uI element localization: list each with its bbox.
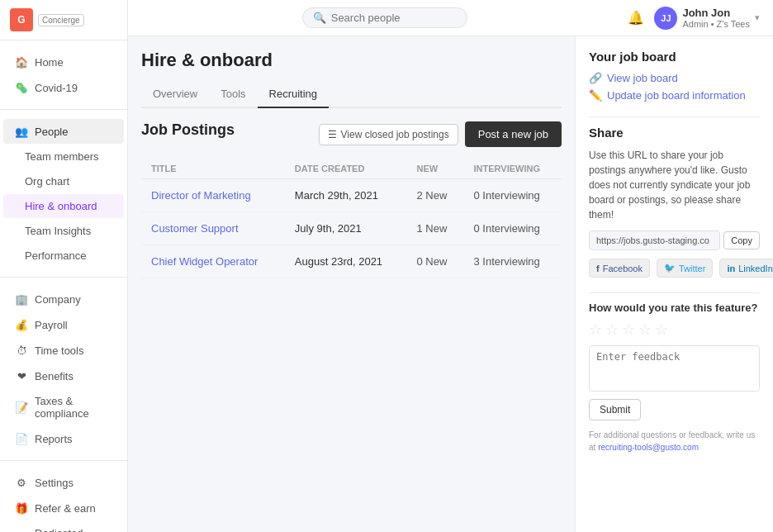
linkedin-button[interactable]: in LinkedIn <box>719 259 773 278</box>
user-sub: Admin • Z's Tees <box>682 19 750 29</box>
sidebar-item-hire-onboard[interactable]: Hire & onboard <box>3 194 124 218</box>
job-title-link[interactable]: Customer Support <box>151 222 239 235</box>
star-5[interactable]: ☆ <box>655 321 668 339</box>
left-pane: Hire & onboard Overview Tools Recruiting… <box>128 36 575 532</box>
col-new: New <box>407 159 464 179</box>
submit-button[interactable]: Submit <box>589 399 641 420</box>
job-postings-table: Title Date created New Interviewing Dire… <box>141 159 562 278</box>
post-job-button[interactable]: Post a new job <box>465 121 562 147</box>
sidebar-item-label: Benefits <box>35 370 74 382</box>
user-menu[interactable]: JJ John Jon Admin • Z's Tees ▾ <box>654 7 760 30</box>
sidebar-item-label: Refer & earn <box>35 502 96 515</box>
star-1[interactable]: ☆ <box>589 321 602 339</box>
sidebar-item-home[interactable]: 🏠 Home <box>3 50 124 74</box>
facebook-button[interactable]: f Facebook <box>589 259 650 278</box>
twitter-button[interactable]: 🐦 Twitter <box>657 259 713 278</box>
sidebar-item-support[interactable]: 🛟 Dedicated support <box>3 521 124 532</box>
sidebar-item-performance[interactable]: Performance <box>3 244 124 268</box>
logo-icon: G <box>10 8 33 31</box>
job-interviewing-cell: 0 Interviewing <box>464 212 562 245</box>
col-interviewing: Interviewing <box>464 159 562 179</box>
filter-icon: ☰ <box>328 129 337 140</box>
table-row: Chief Widget Operator August 23rd, 2021 … <box>141 245 562 278</box>
tabs: Overview Tools Recruiting <box>141 81 562 108</box>
sidebar-section-company: 🏢 Company 💰 Payroll ⏱ Time tools ❤ Benef… <box>0 281 127 457</box>
edit-icon: ✏️ <box>589 89 602 102</box>
search-input[interactable] <box>331 12 447 24</box>
rate-section: How would you rate this feature? ☆ ☆ ☆ ☆… <box>589 302 760 454</box>
table-row: Director of Marketing March 29th, 2021 2… <box>141 179 562 212</box>
sidebar-item-settings[interactable]: ⚙ Settings <box>3 470 124 495</box>
share-description: Use this URL to share your job postings … <box>589 148 760 222</box>
avatar: JJ <box>654 7 677 30</box>
star-3[interactable]: ☆ <box>622 321 635 339</box>
share-section: Share Use this URL to share your job pos… <box>589 126 760 278</box>
sidebar-item-payroll[interactable]: 💰 Payroll <box>3 312 124 337</box>
sidebar-item-refer[interactable]: 🎁 Refer & earn <box>3 496 124 520</box>
sidebar-item-label: Reports <box>35 433 73 445</box>
view-board-link[interactable]: 🔗 View job board <box>589 72 760 84</box>
search-bar[interactable]: 🔍 <box>302 7 467 28</box>
concierge-badge: Concierge <box>38 14 84 26</box>
tab-overview[interactable]: Overview <box>141 81 209 108</box>
footer-link[interactable]: recruiting-tools@gusto.com <box>598 443 699 452</box>
sidebar-item-benefits[interactable]: ❤ Benefits <box>3 363 124 388</box>
sidebar-item-label: Taxes & compliance <box>35 395 112 420</box>
right-panel: Your job board 🔗 View job board ✏️ Updat… <box>575 36 773 532</box>
chevron-down-icon[interactable]: ▾ <box>755 12 760 23</box>
company-icon: 🏢 <box>15 292 28 306</box>
view-closed-button[interactable]: ☰ View closed job postings <box>319 124 458 145</box>
sidebar-item-team-insights[interactable]: Team Insights <box>3 219 124 243</box>
tab-recruiting[interactable]: Recruiting <box>258 81 330 108</box>
notification-icon[interactable]: 🔔 <box>628 10 644 26</box>
sidebar: G Concierge 🏠 Home 🦠 Covid-19 👥 People T… <box>0 0 128 532</box>
refer-icon: 🎁 <box>15 501 28 515</box>
sidebar-item-taxes[interactable]: 📝 Taxes & compliance <box>3 389 124 425</box>
benefits-icon: ❤ <box>15 369 28 382</box>
copy-button[interactable]: Copy <box>723 231 760 249</box>
job-board-title: Your job board <box>589 50 760 64</box>
share-url-row: https://jobs.gusto-staging.co Copy <box>589 230 760 250</box>
sidebar-item-org-chart[interactable]: Org chart <box>3 169 124 193</box>
update-info-link[interactable]: ✏️ Update job board information <box>589 89 760 102</box>
job-date-cell: July 9th, 2021 <box>285 212 407 245</box>
star-2[interactable]: ☆ <box>605 321 619 339</box>
col-date: Date created <box>285 159 407 179</box>
page-header: Hire & onboard <box>141 50 562 71</box>
section-title: Job Postings <box>141 121 235 139</box>
sidebar-item-label: Team Insights <box>25 225 91 237</box>
job-date-cell: August 23rd, 2021 <box>285 245 407 278</box>
job-title-cell: Chief Widget Operator <box>141 245 285 278</box>
sidebar-item-time-tools[interactable]: ⏱ Time tools <box>3 338 124 363</box>
social-buttons: f Facebook 🐦 Twitter in LinkedIn <box>589 259 760 278</box>
job-title-cell: Director of Marketing <box>141 179 285 212</box>
star-4[interactable]: ☆ <box>638 321 652 339</box>
job-board-section: Your job board 🔗 View job board ✏️ Updat… <box>589 50 760 102</box>
sidebar-item-label: Covid-19 <box>35 82 78 94</box>
search-icon: 🔍 <box>313 12 326 24</box>
sidebar-section-people: 👥 People Team members Org chart Hire & o… <box>0 113 127 273</box>
divider <box>589 116 760 117</box>
divider <box>0 460 127 461</box>
sidebar-section-bottom: ⚙ Settings 🎁 Refer & earn 🛟 Dedicated su… <box>0 464 127 532</box>
topnav: 🔍 🔔 JJ John Jon Admin • Z's Tees ▾ <box>128 0 773 36</box>
time-icon: ⏱ <box>15 344 28 357</box>
topnav-right: 🔔 JJ John Jon Admin • Z's Tees ▾ <box>628 7 760 30</box>
sidebar-item-reports[interactable]: 📄 Reports <box>3 426 124 451</box>
reports-icon: 📄 <box>15 432 28 445</box>
job-title-link[interactable]: Chief Widget Operator <box>151 255 258 268</box>
sidebar-item-team-members[interactable]: Team members <box>3 145 124 169</box>
facebook-icon: f <box>596 264 600 273</box>
sidebar-item-label: Performance <box>25 249 86 262</box>
feedback-textarea[interactable] <box>589 345 760 392</box>
settings-icon: ⚙ <box>15 476 28 489</box>
sidebar-item-people[interactable]: 👥 People <box>3 119 124 144</box>
col-title: Title <box>141 159 285 179</box>
stars-row: ☆ ☆ ☆ ☆ ☆ <box>589 321 760 339</box>
job-title-link[interactable]: Director of Marketing <box>151 189 251 202</box>
sidebar-item-company[interactable]: 🏢 Company <box>3 287 124 311</box>
tab-tools[interactable]: Tools <box>209 81 257 108</box>
job-title-cell: Customer Support <box>141 212 285 245</box>
sidebar-item-label: People <box>35 126 68 138</box>
sidebar-item-covid[interactable]: 🦠 Covid-19 <box>3 75 124 100</box>
